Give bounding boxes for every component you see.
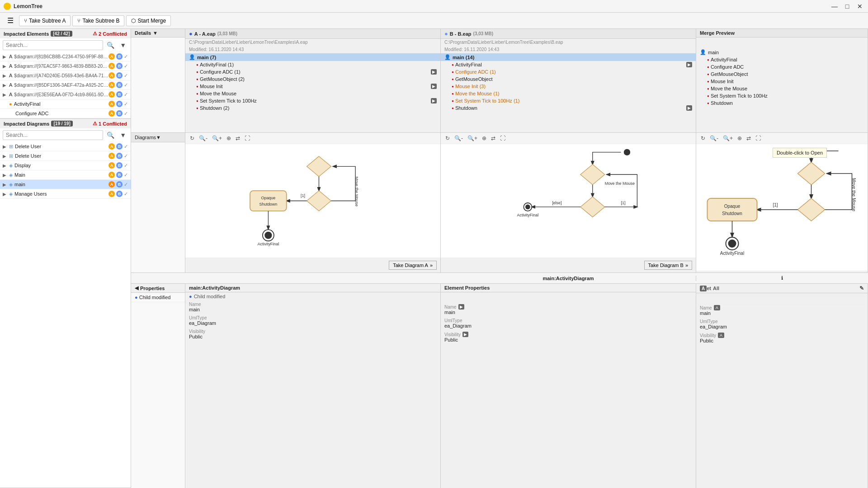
list-item[interactable]: ● Mouse Init ▶ [185,83,440,90]
impacted-elements-header: Impacted Elements [42 / 42] ⚠ 2 Conflict… [0,29,131,38]
list-item[interactable]: ● ActivityFinal (1) [185,61,440,68]
tree-item[interactable]: ▶ A $diagram://{E3E56EAA-0F7D-4cb9-8661-… [0,90,131,99]
take-subtree-a-button[interactable]: ⑂ Take Subtree A [19,15,71,26]
list-item[interactable]: ▶ ⊞ Delete User A B ✓ [0,151,131,161]
list-item[interactable]: ● Shutdown ▶ [441,104,696,112]
play-button-name[interactable]: ▶ [458,304,464,310]
subtree-b-icon: ⑂ [77,18,80,24]
list-item[interactable]: ▶ ◈ Display A B ✓ [0,161,131,170]
props-a-table: Name main UmlType ea_Diagram Visibility … [185,301,440,488]
list-item[interactable]: ● Move the Mouse [185,90,440,97]
tree-item[interactable]: ▶ A $diagram://{81B6CB8B-C234-4750-9F9F-… [0,52,131,61]
svg-text:Opaque: Opaque [724,204,741,209]
tree-item[interactable]: ▶ A $diagram://{A74D240E-D569-43e6-BA4A-… [0,71,131,80]
list-item[interactable]: ▶ ⊞ Delete User A B ✓ [0,142,131,151]
center-button-b[interactable]: ⊕ [480,134,488,142]
swap-button-b[interactable]: ⇄ [489,134,497,142]
list-item[interactable]: ● GetMouseObject (2) [185,75,440,83]
svg-text:Opaque: Opaque [261,196,275,200]
list-item[interactable]: ● Move the Mouse [696,85,868,92]
list-item[interactable]: ● Set System Tick to 100Hz ▶ [185,97,440,104]
diagrams-filter-button[interactable]: ▼ [118,131,128,140]
list-item[interactable]: ● Mouse Init (3) [441,83,696,90]
list-item-main[interactable]: ▶ ◈ main A B ✓ [0,180,131,189]
swap-button[interactable]: ⇄ [234,134,242,142]
impacted-diagrams-header: Impacted Diagrams [19 / 19] ⚠ 1 Conflict… [0,119,131,128]
svg-text:[else]: [else] [552,201,561,205]
diagram-b-toolbar: ↻ 🔍- 🔍+ ⊕ ⇄ ⛶ [441,133,696,144]
list-item[interactable]: ● GetMouseObject [441,75,696,83]
zoom-out-button-b[interactable]: 🔍- [453,134,465,142]
list-item[interactable]: 👤 main (7) [185,53,440,61]
diagram-area: Diagrams ▼ ↻ 🔍- 🔍+ ⊕ ⇄ ⛶ [131,133,868,273]
list-item[interactable]: ● Mouse Init [696,78,868,85]
tree-item[interactable]: Configure ADC A B ✓ [0,109,131,118]
minimize-button[interactable]: — [830,2,839,11]
list-item[interactable]: ▶ ◈ Main A B ✓ [0,170,131,180]
play-button[interactable]: ▶ [431,69,437,75]
tree-item[interactable]: ● ActivityFinal A B ✓ [0,99,131,109]
zoom-out-button-m[interactable]: 🔍- [708,134,720,142]
play-button[interactable]: ▶ [686,62,692,67]
prop-row: Name main [185,301,440,314]
zoom-in-button[interactable]: 🔍+ [210,134,224,142]
list-item[interactable]: 👤 main [696,48,868,56]
svg-text:Shutdown: Shutdown [722,211,742,216]
maximize-button[interactable]: □ [843,2,852,11]
play-button[interactable]: ▶ [431,84,437,89]
list-item[interactable]: ● Set System Tick to 100Hz [696,92,868,99]
swap-button-m[interactable]: ⇄ [745,134,753,142]
impacted-diagrams-section: Impacted Diagrams [19 / 19] ⚠ 1 Conflict… [0,119,131,488]
diagrams-search-row: 🔍 ▼ [0,128,131,142]
svg-point-20 [525,205,530,210]
main-container: Impacted Elements [42 / 42] ⚠ 2 Conflict… [0,29,868,488]
list-item[interactable]: ● Shutdown (2) [185,104,440,112]
list-item[interactable]: ● Configure ADC (1) [441,68,696,75]
elements-search-input[interactable] [3,40,103,50]
play-button[interactable]: ▶ [686,105,692,111]
elements-tree: ▶ A $diagram://{81B6CB8B-C234-4750-9F9F-… [0,52,131,118]
list-item[interactable]: ● GetMouseObject [696,70,868,78]
menu-button[interactable]: ☰ [4,14,17,27]
elements-filter-button[interactable]: ▼ [118,41,128,50]
diagrams-tree: ▶ ⊞ Delete User A B ✓ ▶ ⊞ Delete User A [0,142,131,488]
fullscreen-button-m[interactable]: ⛶ [754,134,763,142]
panel-a-modified: Modified: 16.11.2020 14:43 [185,46,440,53]
center-button[interactable]: ⊕ [225,134,233,142]
element-icon: A [9,73,12,78]
refresh-button-m[interactable]: ↻ [699,134,707,142]
tree-item[interactable]: ▶ A $diagram://{B5DF1306-3AEF-472a-A925-… [0,80,131,90]
fullscreen-button-b[interactable]: ⛶ [498,134,507,142]
list-item[interactable]: ▶ ◈ Manage Users A B ✓ [0,189,131,199]
elements-search-button[interactable]: 🔍 [105,41,116,50]
play-button-vis[interactable]: ▶ [462,332,468,337]
list-item[interactable]: ● Shutdown [696,99,868,107]
list-item[interactable]: ● Set System Tick to 100Hz (1) [441,97,696,104]
list-item[interactable]: ● Move the Mouse (1) [441,90,696,97]
warning-icon-diag: ⚠ [93,121,97,127]
zoom-in-button-b[interactable]: 🔍+ [466,134,479,142]
zoom-in-button-m[interactable]: 🔍+ [721,134,735,142]
list-item[interactable]: ● Configure ADC [696,63,868,70]
start-merge-button[interactable]: ⬡ Start Merge [126,15,171,26]
fullscreen-button[interactable]: ⛶ [243,134,252,142]
close-button[interactable]: ✕ [855,2,864,11]
diagrams-search-button[interactable]: 🔍 [105,131,116,140]
zoom-out-button[interactable]: 🔍- [197,134,209,142]
refresh-button[interactable]: ↻ [188,134,196,142]
take-diagram-b-button[interactable]: Take Diagram B » [644,261,692,270]
refresh-button-b[interactable]: ↻ [443,134,452,142]
play-button[interactable]: ▶ [431,98,437,103]
edit-icon[interactable]: ✎ [859,285,864,291]
list-item[interactable]: ● ActivityFinal ▶ [441,61,696,68]
take-diagram-a-button[interactable]: Take Diagram A » [389,261,437,270]
list-item[interactable]: 👤 main (14) [441,53,696,61]
svg-marker-16 [580,197,605,217]
diagram-a-canvas: Opaque Shutdown [1] Move the Mouse [185,144,440,258]
center-button-m[interactable]: ⊕ [736,134,744,142]
diagrams-search-input[interactable] [3,130,103,140]
take-subtree-b-button[interactable]: ⑂ Take Subtree B [72,15,124,26]
list-item[interactable]: ● Configure ADC (1) ▶ [185,68,440,75]
tree-item[interactable]: ▶ A $diagram://{97EAC5F7-9863-4839-BB83-… [0,61,131,71]
list-item[interactable]: ● ActivityFinal [696,56,868,63]
